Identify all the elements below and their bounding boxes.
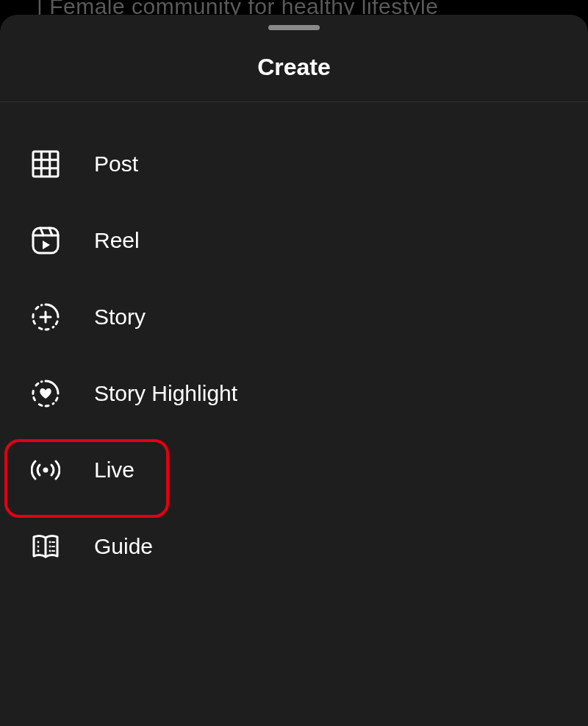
svg-rect-0 bbox=[33, 152, 58, 177]
svg-point-18 bbox=[49, 550, 51, 552]
menu-item-guide[interactable]: Guide bbox=[0, 508, 588, 585]
menu-item-reel[interactable]: Reel bbox=[0, 202, 588, 279]
menu-item-story[interactable]: Story bbox=[0, 279, 588, 355]
menu-item-post[interactable]: Post bbox=[0, 126, 588, 202]
svg-point-11 bbox=[43, 468, 49, 473]
reel-icon bbox=[29, 224, 62, 257]
menu-item-label: Guide bbox=[94, 534, 153, 559]
story-heart-icon bbox=[29, 377, 62, 410]
menu-item-label: Reel bbox=[94, 228, 140, 253]
svg-point-13 bbox=[37, 541, 40, 544]
menu-item-label: Story bbox=[94, 305, 146, 330]
grid-icon bbox=[29, 148, 62, 180]
menu-item-live[interactable]: Live bbox=[0, 432, 588, 508]
menu-item-story-highlight[interactable]: Story Highlight bbox=[0, 355, 588, 432]
create-menu: Post Reel bbox=[0, 102, 588, 585]
guide-icon bbox=[29, 530, 62, 563]
svg-rect-5 bbox=[33, 228, 58, 253]
create-bottom-sheet: Create Post bbox=[0, 15, 588, 726]
live-icon bbox=[29, 454, 62, 486]
menu-item-label: Post bbox=[94, 152, 138, 177]
sheet-title: Create bbox=[0, 54, 588, 102]
drag-handle[interactable] bbox=[268, 25, 320, 30]
menu-item-label: Live bbox=[94, 458, 135, 483]
story-plus-icon bbox=[29, 301, 62, 333]
svg-point-14 bbox=[37, 546, 40, 548]
svg-point-15 bbox=[37, 550, 40, 552]
menu-item-label: Story Highlight bbox=[94, 381, 237, 406]
svg-point-17 bbox=[49, 546, 51, 548]
svg-point-16 bbox=[49, 541, 51, 544]
